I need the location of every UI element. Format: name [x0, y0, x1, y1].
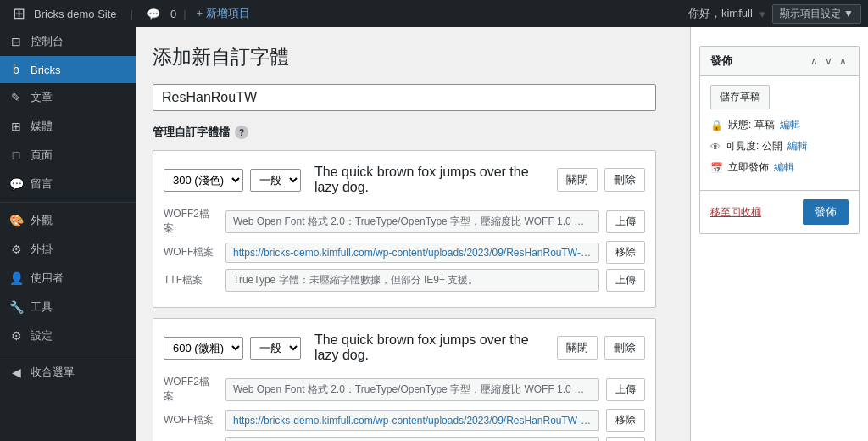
sidebar-item-label: 工具	[31, 299, 53, 315]
style-select-2[interactable]: 一般 斜體	[250, 337, 301, 360]
ttf-upload-button-1[interactable]: 上傳	[606, 269, 645, 292]
woff2-upload-button-1[interactable]: 上傳	[606, 210, 645, 233]
woff-label-1: WOFF檔案	[164, 245, 219, 260]
comment-icon: 💬	[147, 8, 160, 20]
divider2	[0, 354, 136, 354]
visibility-edit-link[interactable]: 編輯	[787, 139, 808, 154]
publish-date-edit-link[interactable]: 編輯	[774, 160, 794, 175]
separator2: |	[183, 8, 186, 20]
weight-select-2[interactable]: 300 (淺色) 100 (極淺) 200 (淺色) 400 (一般) 500 …	[164, 337, 243, 360]
save-draft-button[interactable]: 儲存草稿	[710, 85, 770, 109]
preview-text-1: The quick brown fox jumps over the lazy …	[308, 161, 550, 198]
sidebar-item-label: 設定	[31, 328, 53, 343]
close-button-2[interactable]: 關閉	[557, 336, 598, 360]
ttf-input-2: TrueType 字體：未壓縮字體數據，但部分 IE9+ 支援。	[225, 437, 599, 441]
sidebar-item-comments[interactable]: 💬 留言	[0, 170, 136, 198]
status-row: 🔒 狀態: 草稿 編輯	[710, 118, 849, 132]
woff2-row-2: WOFF2檔案 Web Open Font 格式 2.0：TrueType/Op…	[164, 375, 645, 404]
font-name-input[interactable]	[153, 84, 656, 111]
sidebar-item-tools[interactable]: 🔧 工具	[0, 293, 136, 321]
ttf-row-1: TTF檔案 TrueType 字體：未壓縮字體數據，但部分 IE9+ 支援。 上…	[164, 269, 645, 292]
publish-collapse-up[interactable]: ∧	[809, 55, 820, 67]
sidebar-item-settings[interactable]: ⚙ 設定	[0, 321, 136, 350]
tools-icon: 🔧	[8, 300, 24, 314]
ttf-label-1: TTF檔案	[164, 273, 219, 287]
sidebar-item-label: 控制台	[31, 34, 64, 49]
new-item-button[interactable]: + 新增項目	[193, 6, 253, 21]
sep3: ▾	[760, 8, 765, 20]
status-edit-link[interactable]: 編輯	[780, 118, 800, 132]
sidebar-item-label: 外觀	[31, 213, 53, 228]
sidebar-item-pages[interactable]: □ 頁面	[0, 141, 136, 170]
publish-button[interactable]: 發佈	[803, 199, 849, 225]
woff-input-2: https://bricks-demo.kimfull.com/wp-conte…	[225, 410, 599, 431]
publish-collapse-close[interactable]: ∧	[837, 55, 849, 67]
preview-text-2: The quick brown fox jumps over the lazy …	[308, 329, 550, 366]
sidebar-item-bricks[interactable]: b Bricks	[0, 56, 136, 83]
variant-header-2: 300 (淺色) 100 (極淺) 200 (淺色) 400 (一般) 500 …	[164, 329, 645, 366]
section-title: 管理自訂字體檔 ?	[153, 125, 656, 140]
woff2-input-1: Web Open Font 格式 2.0：TrueType/OpenType 字…	[225, 210, 599, 233]
delete-button-2[interactable]: 刪除	[604, 336, 645, 360]
variant-header-1: 300 (淺色) 100 (極淺) 200 (淺色) 400 (一般) 500 …	[164, 161, 645, 198]
sidebar-item-label: 外掛	[31, 242, 53, 257]
admin-bar: ⊞ Bricks demo Site | 💬 0 | + 新增項目 你好，kim…	[0, 0, 868, 27]
plugins-icon: ⚙	[8, 243, 24, 256]
comment-count: 0	[170, 8, 176, 20]
site-name[interactable]: Bricks demo Site	[34, 8, 117, 20]
style-select-1[interactable]: 一般 斜體	[250, 169, 301, 192]
publish-body: 儲存草稿 🔒 狀態: 草稿 編輯 👁 可見度: 公開 編輯 📅 立即發佈 編輯	[700, 76, 859, 190]
sidebar-item-collapse[interactable]: ◀ 收合選單	[0, 358, 136, 387]
settings-icon: ⚙	[8, 329, 24, 343]
sidebar-item-label: 留言	[31, 176, 53, 192]
woff-remove-button-1[interactable]: 移除	[606, 241, 645, 264]
woff2-upload-button-2[interactable]: 上傳	[606, 378, 645, 401]
ttf-upload-button-2[interactable]: 上傳	[606, 437, 645, 441]
weight-select-1[interactable]: 300 (淺色) 100 (極淺) 200 (淺色) 400 (一般) 500 …	[164, 169, 243, 192]
publish-collapse-down[interactable]: ∨	[823, 55, 834, 67]
sidebar-item-users[interactable]: 👤 使用者	[0, 264, 136, 293]
delete-button-1[interactable]: 刪除	[604, 168, 645, 192]
trash-button[interactable]: 移至回收桶	[710, 205, 761, 220]
publish-footer: 移至回收桶 發佈	[700, 190, 859, 233]
help-icon[interactable]: ?	[235, 126, 248, 139]
main-area: 添加新自訂字體 管理自訂字體檔 ? 300 (淺色) 100 (極淺) 200 …	[153, 44, 656, 441]
date-row: 📅 立即發佈 編輯	[710, 160, 849, 175]
font-variant-block-1: 300 (淺色) 100 (極淺) 200 (淺色) 400 (一般) 500 …	[153, 150, 656, 308]
sidebar-item-media[interactable]: ⊞ 媒體	[0, 112, 136, 141]
sidebar-item-label: 頁面	[31, 148, 53, 163]
publish-header: 發佈 ∧ ∨ ∧	[700, 47, 859, 76]
separator: |	[131, 8, 133, 20]
visibility-label: 可見度: 公開	[726, 139, 782, 154]
media-icon: ⊞	[8, 120, 24, 133]
users-icon: 👤	[8, 271, 24, 285]
woff-row-1: WOFF檔案 https://bricks-demo.kimfull.com/w…	[164, 241, 645, 264]
woff2-input-2: Web Open Font 格式 2.0：TrueType/OpenType 字…	[225, 378, 599, 401]
display-settings-button[interactable]: 顯示項目設定 ▼	[772, 4, 861, 24]
sidebar-item-posts[interactable]: ✎ 文章	[0, 83, 136, 112]
user-greeting: 你好，kimfull	[688, 6, 753, 21]
sidebar: ⊟ 控制台 b Bricks ✎ 文章 ⊞ 媒體 □ 頁面 💬 留言 🎨 外觀 …	[0, 27, 136, 441]
close-button-1[interactable]: 關閉	[557, 168, 598, 192]
sidebar-item-label: 文章	[31, 90, 53, 105]
ttf-row-2: TTF檔案 TrueType 字體：未壓縮字體數據，但部分 IE9+ 支援。 上…	[164, 437, 645, 441]
sidebar-item-dashboard[interactable]: ⊟ 控制台	[0, 27, 136, 56]
sidebar-item-plugins[interactable]: ⚙ 外掛	[0, 235, 136, 264]
calendar-icon: 📅	[710, 162, 723, 174]
display-settings-bar	[691, 27, 868, 37]
woff-remove-button-2[interactable]: 移除	[606, 409, 645, 432]
sidebar-item-appearance[interactable]: 🎨 外觀	[0, 206, 136, 235]
right-sidebar: 發佈 ∧ ∨ ∧ 儲存草稿 🔒 狀態: 草稿 編輯 👁 可見度: 公開 編輯 📅…	[690, 27, 868, 441]
woff2-row-1: WOFF2檔案 Web Open Font 格式 2.0：TrueType/Op…	[164, 207, 645, 236]
divider1	[0, 202, 136, 203]
bricks-icon: b	[8, 63, 24, 76]
woff2-label-1: WOFF2檔案	[164, 207, 219, 236]
visibility-row: 👁 可見度: 公開 編輯	[710, 139, 849, 154]
dashboard-icon: ⊟	[8, 35, 24, 48]
font-variant-block-2: 300 (淺色) 100 (極淺) 200 (淺色) 400 (一般) 500 …	[153, 318, 656, 441]
wp-logo-icon: ⊞	[7, 0, 31, 27]
publish-panel: 發佈 ∧ ∨ ∧ 儲存草稿 🔒 狀態: 草稿 編輯 👁 可見度: 公開 編輯 📅…	[699, 46, 860, 234]
eye-icon: 👁	[710, 141, 721, 153]
publish-header-actions: ∧ ∨ ∧	[809, 55, 849, 67]
woff-input-1: https://bricks-demo.kimfull.com/wp-conte…	[225, 243, 599, 263]
